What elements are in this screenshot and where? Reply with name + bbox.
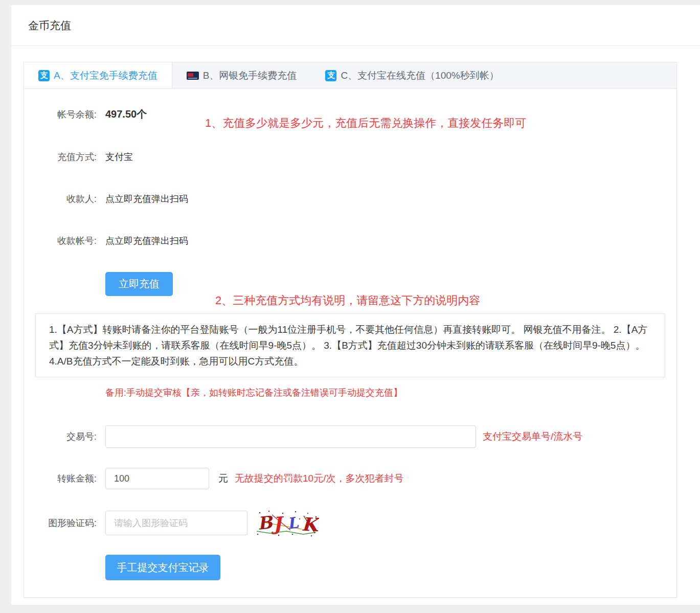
amount-input[interactable] xyxy=(105,468,209,489)
tab-label: A、支付宝免手续费充值 xyxy=(54,69,157,82)
captcha-label: 图形验证码: xyxy=(38,517,97,529)
amount-row: 转账金额: 元 无故提交的罚款10元/次，多次犯者封号 xyxy=(38,468,676,489)
payee-account-row: 收款帐号: 点立即充值弹出扫码 xyxy=(38,235,676,247)
amount-hint: 无故提交的罚款10元/次，多次犯者封号 xyxy=(235,472,403,485)
bank-card-icon xyxy=(187,72,199,80)
tab-label: C、支付宝在线充值（100%秒到帐） xyxy=(341,69,499,82)
trade-no-input[interactable] xyxy=(105,425,476,448)
captcha-letter: B xyxy=(257,512,275,534)
captcha-image[interactable]: B J L K xyxy=(255,509,319,537)
payee-value: 点立即充值弹出扫码 xyxy=(105,193,188,205)
annotation-instruction-note: 2、三种充值方式均有说明，请留意这下方的说明内容 xyxy=(215,293,480,308)
trade-no-label: 交易号: xyxy=(38,430,97,443)
page-title: 金币充值 xyxy=(28,18,71,33)
amount-label: 转账金额: xyxy=(38,472,97,485)
trade-no-row: 交易号: 支付宝交易单号/流水号 xyxy=(38,425,676,448)
backup-note: 备用:手动提交审核【亲，如转账时忘记备注或备注错误可手动提交充值】 xyxy=(105,387,676,399)
recharge-panel: 支 A、支付宝免手续费充值 B、网银免手续费充值 支 C、支付宝在线充值（100… xyxy=(24,62,677,598)
recharge-now-button[interactable]: 立即充值 xyxy=(105,272,173,296)
tab-label: B、网银免手续费充值 xyxy=(203,69,297,82)
tab-netbank-free[interactable]: B、网银免手续费充值 xyxy=(172,62,311,88)
payee-account-label: 收款帐号: xyxy=(38,235,97,247)
instructions-box: 1.【A方式】转账时请备注你的平台登陆账号（一般为11位注册手机号，不要其他任何… xyxy=(35,313,665,377)
method-label: 充值方式: xyxy=(38,151,97,163)
trade-no-hint: 支付宝交易单号/流水号 xyxy=(483,430,582,443)
amount-unit: 元 xyxy=(218,472,228,485)
tab-alipay-online[interactable]: 支 C、支付宝在线充值（100%秒到帐） xyxy=(311,62,513,88)
payee-label: 收款人: xyxy=(38,193,97,205)
alipay-icon: 支 xyxy=(325,70,336,81)
content-card: 金币充值 支 A、支付宝免手续费充值 B、网银免手续费充值 支 C、支付宝在线充… xyxy=(11,5,700,605)
captcha-letter: L xyxy=(286,513,300,533)
annotation-recharge-note: 1、充值多少就是多少元，充值后无需兑换操作，直接发任务即可 xyxy=(205,116,526,131)
balance-value: 497.50个 xyxy=(105,107,147,121)
tab-bar: 支 A、支付宝免手续费充值 B、网银免手续费充值 支 C、支付宝在线充值（100… xyxy=(24,62,676,89)
method-row: 充值方式: 支付宝 xyxy=(38,151,676,163)
balance-label: 帐号余额: xyxy=(38,108,97,121)
panel-body: 1、充值多少就是多少元，充值后无需兑换操作，直接发任务即可 2、三种充值方式均有… xyxy=(24,89,676,580)
captcha-input[interactable] xyxy=(105,511,247,535)
manual-submit-button[interactable]: 手工提交支付宝记录 xyxy=(105,555,220,580)
payee-account-value: 点立即充值弹出扫码 xyxy=(105,235,188,247)
method-value: 支付宝 xyxy=(105,151,133,163)
alipay-icon: 支 xyxy=(38,70,50,81)
tab-alipay-free[interactable]: 支 A、支付宝免手续费充值 xyxy=(24,62,172,88)
captcha-row: 图形验证码: B J L K xyxy=(38,509,676,537)
card-header: 金币充值 xyxy=(11,5,700,46)
payee-row: 收款人: 点立即充值弹出扫码 xyxy=(38,193,676,205)
